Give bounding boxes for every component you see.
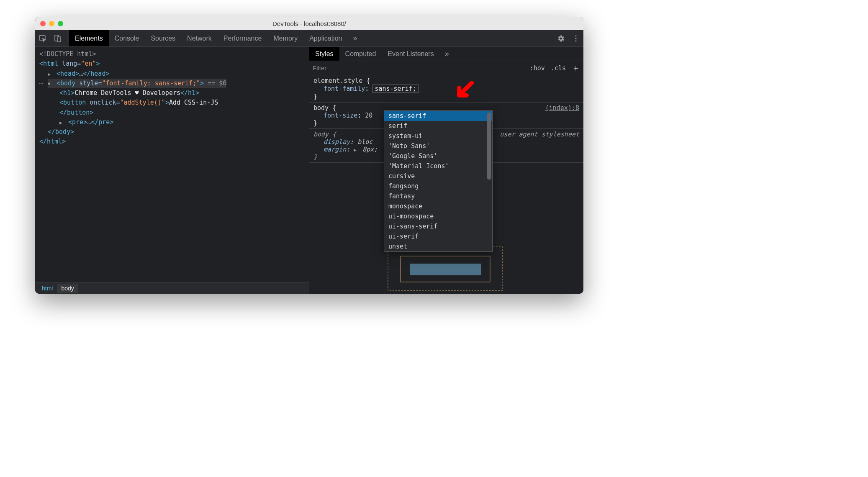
svg-rect-8 <box>410 264 481 275</box>
divider <box>67 34 67 43</box>
autocomplete-option[interactable]: ui-sans-serif <box>384 221 492 231</box>
traffic-lights <box>35 21 63 26</box>
close-window-button[interactable] <box>40 21 46 26</box>
html-close-tag: </html> <box>39 138 66 145</box>
expand-shorthand-icon[interactable]: ▶ <box>354 147 359 153</box>
styles-tabs: StylesComputedEvent Listeners » <box>309 47 583 61</box>
styles-tab-styles[interactable]: Styles <box>309 47 339 61</box>
autocomplete-option[interactable]: system-ui <box>384 131 492 141</box>
autocomplete-option[interactable]: ui-monospace <box>384 211 492 221</box>
breadcrumb-body[interactable]: body <box>57 284 78 293</box>
main-tab-network[interactable]: Network <box>181 30 218 46</box>
html-open-tag: <html <box>39 60 58 67</box>
main-tab-console[interactable]: Console <box>109 30 145 46</box>
autocomplete-option[interactable]: sans-serif <box>384 111 492 121</box>
rule-source-ua: user agent stylesheet <box>500 131 579 138</box>
autocomplete-option[interactable]: serif <box>384 121 492 131</box>
autocomplete-option[interactable]: fangsong <box>384 181 492 191</box>
main-tab-elements[interactable]: Elements <box>69 30 109 46</box>
new-rule-plus-icon[interactable]: ＋ <box>572 62 580 74</box>
pre-tag: <pre> <box>68 118 87 126</box>
prop-font-size[interactable]: font-size <box>324 112 357 119</box>
autocomplete-option[interactable]: monospace <box>384 201 492 211</box>
svg-point-4 <box>575 38 576 39</box>
annotation-arrow-icon <box>452 80 475 105</box>
elements-panel: <!DOCTYPE html> <html lang="en"> ▶ <head… <box>35 47 309 294</box>
styles-filter-input[interactable] <box>313 64 524 72</box>
settings-gear-icon[interactable] <box>553 30 568 47</box>
main-toolbar: ElementsConsoleSourcesNetworkPerformance… <box>35 30 583 47</box>
svg-rect-2 <box>57 37 61 42</box>
kebab-menu-icon[interactable] <box>568 30 583 47</box>
autocomplete-option[interactable]: fantasy <box>384 191 492 201</box>
main-tab-memory[interactable]: Memory <box>267 30 303 46</box>
cls-button[interactable]: .cls <box>551 64 566 72</box>
autocomplete-option[interactable]: 'Material Icons' <box>384 161 492 171</box>
minimize-window-button[interactable] <box>49 21 54 26</box>
hov-button[interactable]: :hov <box>530 64 545 72</box>
h1-tag: <h1> <box>59 89 74 97</box>
window-title: DevTools - localhost:8080/ <box>35 20 583 27</box>
doctype: <!DOCTYPE html> <box>39 50 96 58</box>
autocomplete-option[interactable]: unset <box>384 241 492 251</box>
css-rule-element-style[interactable]: element.style { font-family: sans-serif;… <box>309 75 583 103</box>
html-lang-attr: lang= <box>62 60 81 67</box>
head-tag: <head> <box>56 70 79 77</box>
styles-tab-computed[interactable]: Computed <box>339 47 382 61</box>
styles-tab-event-listeners[interactable]: Event Listeners <box>382 47 439 61</box>
css-value-edit-input[interactable]: sans-serif; <box>372 85 418 93</box>
maximize-window-button[interactable] <box>58 21 63 26</box>
autocomplete-option[interactable]: cursive <box>384 171 492 181</box>
selected-node-body[interactable]: ▼ <body style="font-family: sans-serif;"… <box>48 79 226 88</box>
main-tab-application[interactable]: Application <box>303 30 348 46</box>
expand-triangle-icon[interactable]: ▶ <box>59 119 64 126</box>
prop-font-family[interactable]: font-family <box>324 85 365 92</box>
more-styles-tabs-icon[interactable]: » <box>440 49 454 58</box>
prop-display: display <box>324 138 350 146</box>
more-tabs-icon[interactable]: » <box>348 34 362 43</box>
styles-filter-row: :hov .cls ＋ <box>309 61 583 75</box>
svg-point-5 <box>575 40 576 41</box>
main-tab-sources[interactable]: Sources <box>145 30 181 46</box>
expand-triangle-icon[interactable]: ▶ <box>48 71 53 78</box>
svg-point-3 <box>575 35 576 36</box>
inspect-element-icon[interactable] <box>35 30 50 47</box>
main-content: <!DOCTYPE html> <html lang="en"> ▶ <head… <box>35 47 583 294</box>
css-rules: element.style { font-family: sans-serif;… <box>309 75 583 294</box>
prop-margin: margin <box>324 146 346 153</box>
collapse-triangle-icon[interactable]: ▼ <box>48 80 53 87</box>
dom-tree[interactable]: <!DOCTYPE html> <html lang="en"> ▶ <head… <box>35 47 309 282</box>
autocomplete-option[interactable]: 'Noto Sans' <box>384 141 492 151</box>
body-close-tag: </body> <box>48 128 74 136</box>
button-tag: <button <box>59 99 86 106</box>
main-tab-performance[interactable]: Performance <box>218 30 268 46</box>
devtools-window: DevTools - localhost:8080/ ElementsConso… <box>35 17 583 294</box>
breadcrumb-html[interactable]: html <box>38 284 57 293</box>
autocomplete-option[interactable]: ui-serif <box>384 231 492 241</box>
node-actions-icon[interactable]: ⋯ <box>39 79 48 88</box>
device-mode-icon[interactable] <box>50 30 65 47</box>
rule-source-link[interactable]: (index):8 <box>545 104 579 112</box>
dropdown-scrollbar[interactable] <box>487 113 491 180</box>
styles-panel: StylesComputedEvent Listeners » :hov .cl… <box>309 47 583 294</box>
autocomplete-option[interactable]: 'Google Sans' <box>384 151 492 161</box>
breadcrumb: html body <box>35 282 309 294</box>
autocomplete-dropdown: sans-serifserifsystem-ui'Noto Sans''Goog… <box>384 110 493 252</box>
main-tabs: ElementsConsoleSourcesNetworkPerformance… <box>69 30 348 46</box>
titlebar: DevTools - localhost:8080/ <box>35 17 583 30</box>
